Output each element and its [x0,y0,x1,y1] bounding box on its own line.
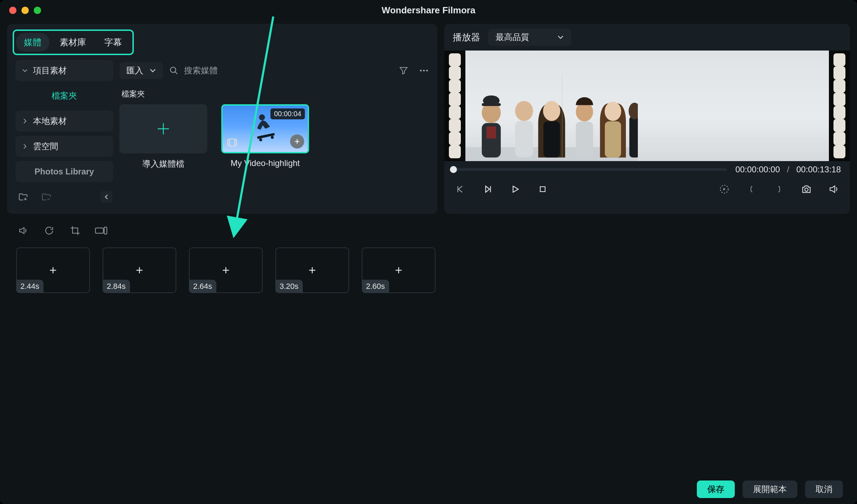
player-label: 播放器 [453,31,480,44]
app-title: Wondershare Filmora [0,5,857,16]
time-position: 00:00:00:00 [735,165,780,174]
clip-name-label: My Video-highlight [230,158,300,168]
aspect-ratio-icon[interactable] [94,224,108,238]
svg-point-3 [426,70,428,72]
render-preview-icon[interactable] [717,182,731,196]
scrub-playhead[interactable] [450,166,457,173]
svg-point-24 [629,103,638,119]
sidebar-item-folder[interactable]: 檔案夾 [15,85,113,106]
filmstrip-left [444,51,465,161]
svg-point-2 [423,70,425,72]
svg-rect-18 [543,121,560,158]
filter-icon[interactable] [397,64,411,78]
expand-template-button[interactable]: 展開範本 [742,480,797,498]
svg-rect-23 [629,116,638,158]
svg-rect-16 [515,121,533,157]
timeline: 2.44s2.84s2.64s3.20s2.60s [0,242,857,475]
svg-point-1 [420,70,422,72]
svg-point-4 [259,114,266,121]
collapse-sidebar-button[interactable] [100,191,112,203]
svg-point-0 [170,67,176,72]
scrub-track[interactable] [453,168,727,171]
tab-library[interactable]: 素材庫 [52,33,94,52]
close-window-button[interactable] [9,7,17,14]
svg-point-21 [605,102,621,121]
add-clip-button[interactable] [290,134,304,148]
svg-point-28 [805,188,808,191]
footer: 保存 展開範本 取消 [0,475,857,504]
svg-rect-29 [96,228,104,233]
sidebar-item-local[interactable]: 本地素材 [15,111,113,132]
chevron-down-icon [22,68,28,73]
tabs-highlight-box: 媒體 素材庫 字幕 [13,29,134,55]
media-clip-thumbnail[interactable]: 00:00:04 [221,104,309,153]
tab-subtitles[interactable]: 字幕 [97,33,130,52]
svg-point-15 [515,101,533,121]
mark-in-icon[interactable] [745,182,759,196]
video-preview[interactable] [444,51,850,161]
new-folder-icon[interactable] [16,190,30,204]
slot-duration: 2.44s [16,280,44,293]
svg-rect-25 [562,75,562,161]
scrub-bar[interactable]: 00:00:00:00 / 00:00:13:18 [453,165,841,174]
slot-duration: 2.60s [362,280,389,293]
plus-icon [221,265,231,276]
more-icon[interactable] [417,64,431,78]
plus-icon [393,265,404,276]
video-frame [465,51,829,161]
section-label: 檔案夾 [122,89,431,99]
play-button[interactable] [508,182,522,196]
stop-button[interactable] [536,182,550,196]
import-label: 匯入 [126,65,143,76]
media-sidebar: 項目素材 檔案夾 本地素材 雲空 [7,55,119,214]
slot-duration: 2.64s [189,280,216,293]
chevron-right-icon [22,144,28,149]
import-media-label: 導入媒體檔 [142,158,184,170]
timeline-slot[interactable]: 2.60s [362,247,436,293]
player-quality-dropdown[interactable]: 最高品質 [488,29,571,46]
cancel-button[interactable]: 取消 [805,480,843,498]
edit-toolbar [0,219,857,242]
save-button[interactable]: 保存 [697,480,735,498]
sidebar-item-label: 雲空間 [33,141,58,152]
step-forward-button[interactable] [481,182,495,196]
svg-rect-20 [576,122,593,158]
chevron-down-icon [150,67,156,74]
snapshot-button[interactable] [799,182,813,196]
prev-frame-button[interactable] [453,182,467,196]
import-dropdown[interactable]: 匯入 [119,62,163,79]
timeline-slot[interactable]: 2.64s [189,247,263,293]
window-controls [9,7,41,14]
search-field[interactable] [169,65,390,76]
volume-button[interactable] [827,182,841,196]
sidebar-item-label: 項目素材 [33,65,67,76]
svg-rect-26 [540,187,545,192]
search-input[interactable] [183,65,390,76]
plus-icon [307,265,318,276]
minimize-window-button[interactable] [21,7,29,14]
svg-rect-14 [486,127,496,139]
sidebar-item-project[interactable]: 項目素材 [15,60,113,81]
audio-icon[interactable] [16,224,30,238]
rotate-icon[interactable] [42,224,56,238]
timeline-slot[interactable]: 2.44s [16,247,90,293]
sidebar-item-photos-library[interactable]: Photos Library [15,161,113,182]
crop-icon[interactable] [68,224,82,238]
timeline-slot[interactable]: 2.84s [103,247,176,293]
import-media-card[interactable] [119,104,207,153]
timeline-slot[interactable]: 3.20s [275,247,349,293]
plus-icon [134,265,145,276]
sidebar-item-label: 本地素材 [33,115,67,127]
slot-duration: 3.20s [275,280,303,293]
tab-media[interactable]: 媒體 [16,33,49,52]
time-duration: 00:00:13:18 [796,165,841,174]
delete-folder-icon[interactable] [39,190,53,204]
search-icon [169,66,178,75]
sidebar-item-cloud[interactable]: 雲空間 [15,136,113,157]
player-quality-value: 最高品質 [496,32,529,43]
sidebar-item-label: Photos Library [34,167,94,177]
clip-art-icon [247,109,284,147]
maximize-window-button[interactable] [34,7,41,14]
time-display: 00:00:00:00 / 00:00:13:18 [735,165,841,174]
mark-out-icon[interactable] [772,182,786,196]
